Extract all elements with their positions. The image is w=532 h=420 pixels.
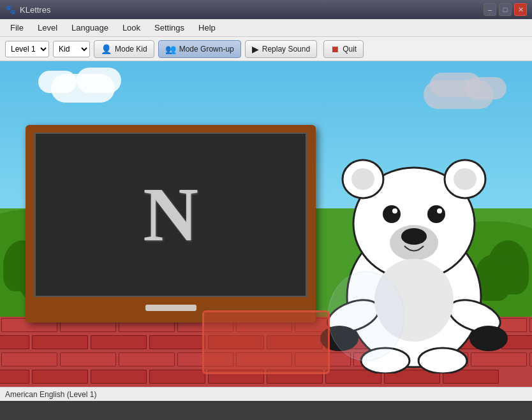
bear-svg xyxy=(315,131,513,373)
menu-language[interactable]: Language xyxy=(65,21,115,34)
svg-point-6 xyxy=(383,205,401,223)
bear-container xyxy=(315,131,513,373)
replay-sound-label: Replay Sound xyxy=(262,45,310,54)
svg-point-5 xyxy=(454,168,477,190)
menu-level[interactable]: Level xyxy=(31,21,64,34)
quit-button[interactable]: ⏹ Quit xyxy=(323,40,364,58)
minimize-button[interactable]: – xyxy=(484,3,496,16)
menubar: File Level Language Look Settings Help xyxy=(0,19,532,37)
cloud-1a xyxy=(77,68,121,93)
cloud-2b xyxy=(465,77,506,99)
maximize-button[interactable]: □ xyxy=(499,3,512,16)
chalkboard: N xyxy=(34,133,307,297)
mode-grownup-label: Mode Grown-up xyxy=(179,45,234,54)
svg-point-8 xyxy=(392,208,397,214)
replay-icon: ▶ xyxy=(252,44,259,54)
mode-grownup-button[interactable]: 👥 Mode Grown-up xyxy=(158,40,241,58)
svg-point-9 xyxy=(437,208,442,214)
mode-grownup-icon: 👥 xyxy=(165,44,176,54)
titlebar-left: 🐾 KLettres xyxy=(5,4,50,15)
menu-file[interactable]: File xyxy=(4,21,30,34)
status-text: American English (Level 1) xyxy=(5,390,96,399)
app-icon: 🐾 xyxy=(5,4,16,15)
svg-point-17 xyxy=(418,348,467,373)
input-box[interactable] xyxy=(202,310,330,374)
mode-kid-label: Mode Kid xyxy=(115,45,147,54)
close-button[interactable]: ✕ xyxy=(514,3,527,16)
svg-point-11 xyxy=(401,228,427,245)
quit-label: Quit xyxy=(343,45,357,54)
titlebar-controls: – □ ✕ xyxy=(484,3,527,16)
statusbar: American English (Level 1) xyxy=(0,387,532,401)
level-select[interactable]: Level 1 Level 2 Level 3 Level 4 xyxy=(5,41,49,57)
titlebar: 🐾 KLettres – □ ✕ xyxy=(0,0,532,19)
svg-point-7 xyxy=(427,205,445,223)
svg-point-3 xyxy=(351,168,374,190)
menu-look[interactable]: Look xyxy=(116,21,147,34)
game-area: N xyxy=(0,61,532,387)
quit-icon: ⏹ xyxy=(330,44,339,54)
chalk-letter: N xyxy=(143,171,198,259)
toolbar: Level 1 Level 2 Level 3 Level 4 Kid Adul… xyxy=(0,37,532,61)
mode-kid-button[interactable]: 👤 Mode Kid xyxy=(94,40,154,58)
cloud-1b xyxy=(38,71,77,93)
svg-point-19 xyxy=(328,272,404,361)
language-select[interactable]: Kid Adult xyxy=(53,41,90,57)
svg-point-15 xyxy=(469,326,508,351)
menu-settings[interactable]: Settings xyxy=(148,21,191,34)
replay-sound-button[interactable]: ▶ Replay Sound xyxy=(245,40,317,58)
menu-help[interactable]: Help xyxy=(192,21,222,34)
chalkboard-container: N xyxy=(26,125,316,322)
app-title: KLettres xyxy=(20,5,50,15)
chalkboard-frame: N xyxy=(26,125,316,322)
mode-kid-icon: 👤 xyxy=(101,44,112,54)
chalk-ledge xyxy=(145,305,196,311)
